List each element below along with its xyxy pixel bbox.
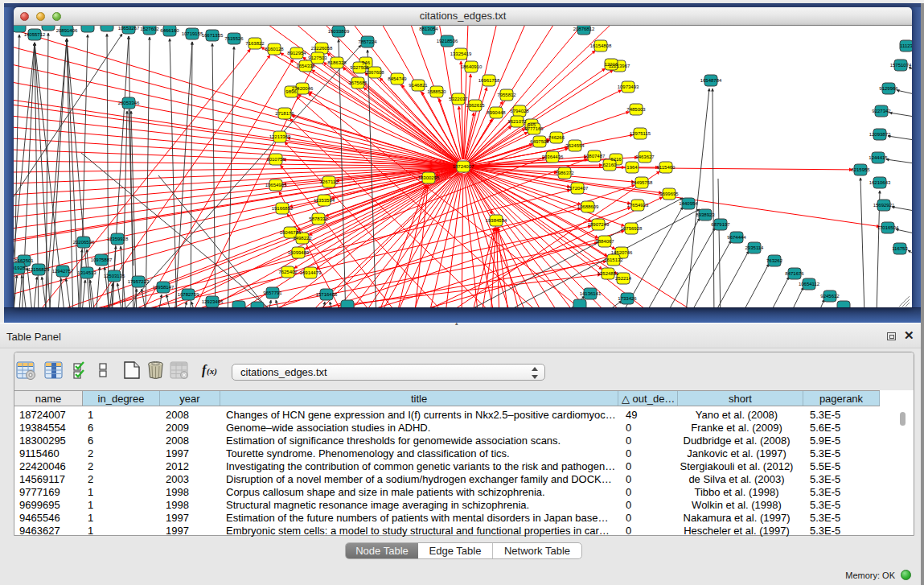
svg-text:1244415: 1244415 <box>869 155 888 160</box>
svg-text:1654339: 1654339 <box>296 64 315 68</box>
svg-text:3624554: 3624554 <box>565 143 585 148</box>
svg-text:2935114: 2935114 <box>745 245 765 250</box>
svg-text:1010755: 1010755 <box>266 157 285 162</box>
svg-text:(x): (x) <box>207 366 217 377</box>
svg-text:16099489: 16099489 <box>288 250 310 255</box>
svg-text:1615132: 1615132 <box>604 257 623 262</box>
svg-text:15692921: 15692921 <box>873 203 895 208</box>
svg-text:12503135: 12503135 <box>104 274 125 278</box>
svg-text:1588520: 1588520 <box>427 89 446 94</box>
svg-text:3267110: 3267110 <box>320 179 339 184</box>
svg-text:14520746: 14520746 <box>611 250 633 255</box>
svg-text:16961758: 16961758 <box>478 78 500 83</box>
svg-text:8990448: 8990448 <box>487 110 506 115</box>
svg-text:5322037: 5322037 <box>449 97 468 101</box>
svg-text:14055712: 14055712 <box>24 32 46 37</box>
svg-text:7163822: 7163822 <box>245 41 265 46</box>
svg-text:7515526: 7515526 <box>224 36 244 41</box>
svg-text:10654985: 10654985 <box>265 183 287 187</box>
svg-text:8454749: 8454749 <box>388 76 407 81</box>
svg-text:1314513: 1314513 <box>77 270 97 275</box>
svg-text:12923465: 12923465 <box>202 299 224 304</box>
svg-text:8813054: 8813054 <box>419 27 438 31</box>
svg-text:17016504: 17016504 <box>877 225 899 230</box>
svg-text:10807487: 10807487 <box>584 154 606 159</box>
svg-text:12975115: 12975115 <box>630 131 651 136</box>
svg-text:9127503: 9127503 <box>308 56 327 60</box>
svg-text:16782759: 16782759 <box>178 292 199 297</box>
svg-text:2367608: 2367608 <box>365 70 384 75</box>
svg-text:9463627: 9463627 <box>635 154 655 159</box>
svg-text:62160: 62160 <box>603 163 617 167</box>
svg-text:16548784: 16548784 <box>700 78 722 83</box>
svg-text:8186328: 8186328 <box>327 60 347 65</box>
svg-text:12216: 12216 <box>605 62 618 67</box>
svg-text:1964: 1964 <box>626 165 638 170</box>
svg-text:6879197: 6879197 <box>711 222 730 227</box>
svg-text:10756928: 10756928 <box>621 226 643 231</box>
svg-text:15751074: 15751074 <box>890 63 912 68</box>
svg-text:3498222: 3498222 <box>293 236 312 241</box>
svg-text:9227342: 9227342 <box>872 109 891 113</box>
svg-text:8160128: 8160128 <box>265 47 284 51</box>
svg-text:14136141: 14136141 <box>580 291 602 296</box>
svg-text:13325419: 13325419 <box>450 51 472 56</box>
svg-text:18640910: 18640910 <box>461 64 483 69</box>
svg-text:20364436: 20364436 <box>542 154 564 159</box>
svg-text:20053346: 20053346 <box>118 101 140 105</box>
svg-text:12156829: 12156829 <box>28 267 50 272</box>
svg-text:20876812: 20876812 <box>573 27 595 31</box>
svg-text:9129966: 9129966 <box>879 86 898 91</box>
svg-text:6794028: 6794028 <box>510 109 529 113</box>
svg-text:746266: 746266 <box>548 135 565 140</box>
svg-text:9163501: 9163501 <box>14 258 34 263</box>
svg-text:19166852: 19166852 <box>272 206 294 211</box>
svg-text:9777169: 9777169 <box>524 126 544 131</box>
svg-text:17654923: 17654923 <box>627 203 649 208</box>
svg-text:10653267: 10653267 <box>118 26 140 31</box>
svg-text:8215955: 8215955 <box>851 167 870 172</box>
svg-text:10958147: 10958147 <box>153 285 175 290</box>
svg-text:3919282: 3919282 <box>14 266 28 270</box>
svg-text:6497508: 6497508 <box>530 139 549 144</box>
svg-text:19218506: 19218506 <box>437 39 458 43</box>
svg-text:16914479: 16914479 <box>300 270 322 275</box>
svg-text:9245612: 9245612 <box>820 294 840 299</box>
svg-text:8912954: 8912954 <box>287 51 306 56</box>
svg-text:7955812: 7955812 <box>497 93 516 97</box>
svg-text:12359928: 12359928 <box>107 237 129 241</box>
svg-text:9699695: 9699695 <box>659 192 679 196</box>
svg-text:12093872: 12093872 <box>869 132 891 137</box>
svg-text:11123: 11123 <box>900 43 912 48</box>
svg-text:9115460: 9115460 <box>657 165 676 170</box>
svg-text:7485003: 7485003 <box>626 107 646 112</box>
svg-text:763262: 763262 <box>766 258 783 263</box>
svg-text:10654112: 10654112 <box>799 282 820 286</box>
svg-text:9657791: 9657791 <box>263 290 282 295</box>
svg-text:1733426: 1733426 <box>618 296 637 301</box>
svg-text:18907249: 18907249 <box>588 222 610 227</box>
svg-text:14495758: 14495758 <box>631 180 653 185</box>
svg-text:7625402: 7625402 <box>278 270 298 274</box>
svg-text:18724007: 18724007 <box>453 164 474 169</box>
svg-text:1440954: 1440954 <box>679 201 698 206</box>
svg-text:6216: 6216 <box>610 157 622 162</box>
svg-text:8938923: 8938923 <box>696 212 715 217</box>
svg-text:11353594: 11353594 <box>314 198 335 203</box>
svg-text:9884067: 9884067 <box>595 239 614 244</box>
svg-text:252214: 252214 <box>615 276 632 281</box>
svg-text:1527602: 1527602 <box>140 27 159 31</box>
svg-text:9146821: 9146821 <box>409 83 428 88</box>
svg-text:10975887: 10975887 <box>91 257 113 262</box>
svg-text:19384554: 19384554 <box>486 218 507 223</box>
svg-text:10973493: 10973493 <box>618 84 639 89</box>
svg-text:10719155: 10719155 <box>182 31 203 36</box>
svg-text:20206536: 20206536 <box>73 240 95 245</box>
svg-text:23226058: 23226058 <box>311 46 333 51</box>
svg-text:17957223: 17957223 <box>128 279 150 284</box>
svg-text:12942757: 12942757 <box>52 269 74 274</box>
svg-text:18300295: 18300295 <box>418 175 440 180</box>
svg-text:12213369: 12213369 <box>269 134 291 139</box>
svg-text:16046786: 16046786 <box>280 230 302 235</box>
svg-text:6466160: 6466160 <box>160 28 179 33</box>
